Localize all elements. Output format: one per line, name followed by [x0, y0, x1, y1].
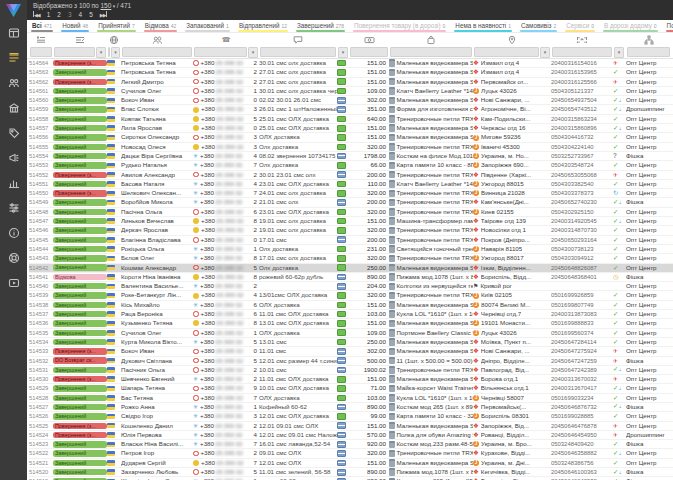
tab-status-2[interactable]: Прийнятий7 — [93, 20, 140, 32]
column-header-comment[interactable] — [259, 33, 337, 46]
order-row[interactable]: 514544ЗавершенийРокіцька Ольга✳+38029 39… — [29, 245, 673, 254]
order-row[interactable]: 514545ЗавершенийБлагінна Владіслава+3802… — [29, 236, 673, 245]
filter-input[interactable] — [108, 47, 110, 57]
order-row[interactable]: 514530Повернення (з...Шевченко Евгений✳+… — [29, 375, 673, 384]
column-header-ttn[interactable] — [551, 33, 613, 46]
column-header-name[interactable] — [121, 33, 193, 46]
column-header-ttnstatus[interactable] — [613, 33, 626, 46]
order-row[interactable]: 514552Повернення (з...Авилов Александр+3… — [29, 171, 673, 180]
order-row[interactable]: 514538ЗавершенийКісь Михайло✳+38029 399 … — [29, 301, 673, 310]
order-row[interactable]: 514542ЗавершенийКошмак Александр+38029 3… — [29, 264, 673, 273]
filter-input[interactable] — [350, 47, 388, 57]
order-row[interactable]: 514522ЗавершенийПетров Ігор+38029 399 32… — [29, 449, 673, 458]
tab-status-1[interactable]: Новий48 — [57, 20, 93, 32]
column-header-site[interactable] — [626, 33, 671, 46]
page-number-3[interactable]: 3 — [68, 11, 72, 18]
sidebar-item-help-icon[interactable] — [0, 251, 27, 265]
order-row[interactable]: 514549ЗавершенийВоробйов Микола✳+38029 3… — [29, 198, 673, 207]
tab-status-11[interactable]: В дорозі додому0 — [599, 20, 662, 32]
first-page-button[interactable]: ◀◀ — [33, 11, 40, 18]
order-row[interactable]: 514531ЗавершенийПасічник Ольга+38029 399… — [29, 366, 673, 375]
order-row[interactable]: 514520ЗавершенийЗахарченко Любовь+38029 … — [29, 468, 673, 477]
tab-status-3[interactable]: Відмова42 — [140, 20, 181, 32]
order-row[interactable]: 514521ЗавершенийДударев Сергій+38029 399… — [29, 459, 673, 468]
page-number-1[interactable]: 1 — [47, 11, 51, 18]
page-number-2[interactable]: 2 — [57, 11, 61, 18]
order-row[interactable]: 514537ЗавершенийРаца Вероніка+38029 399 … — [29, 310, 673, 319]
order-row[interactable]: 514560ЗавершенийБокоч Иван+38029 399 320… — [29, 96, 673, 105]
filter-dropdown[interactable]: ▾ — [338, 47, 348, 58]
sidebar-item-tag-icon[interactable] — [0, 126, 27, 140]
order-row[interactable]: 514528ЗавершенийБас Тетяна+38029 399 327… — [29, 394, 673, 403]
sidebar-item-shop-icon[interactable] — [0, 101, 27, 115]
column-header-flag[interactable] — [107, 33, 121, 46]
order-row[interactable]: 514548ЗавершенийПасічна Ольга+38029 399 … — [29, 208, 673, 217]
tab-status-7[interactable]: Повернення товару (в дорозі)0 — [349, 20, 450, 32]
tab-status-8[interactable]: Нема в наявності1 — [450, 20, 516, 32]
filter-input[interactable] — [54, 47, 95, 57]
sidebar-item-stats-icon[interactable] — [0, 176, 27, 190]
order-row[interactable]: 514557ЗавершенийЛила Ярослав+38029 399 3… — [29, 124, 673, 133]
order-row[interactable]: 514525Повернення (з...Кошеленко Данил✳+3… — [29, 422, 673, 431]
column-header-pay[interactable] — [337, 33, 349, 46]
order-row[interactable]: 514564Повернення (з...Петровська Тетяна+… — [29, 59, 673, 68]
order-row[interactable]: 514532DO Возврат ск...Дукович Світлана+3… — [29, 357, 673, 366]
page-size-dropdown[interactable]: 150 — [101, 2, 112, 9]
order-row[interactable]: 514555ЗавершенийНовосад Олеся+38029 399 … — [29, 143, 673, 152]
order-row[interactable]: 514541ВідмоваКоротя Ніна Іванівна+38029 … — [29, 273, 673, 282]
order-row[interactable]: 514558ЗавершенийКовпак Татьяна+38029 399… — [29, 115, 673, 124]
column-header-status[interactable] — [53, 33, 107, 46]
column-header-product[interactable] — [389, 33, 473, 46]
filter-input[interactable] — [194, 47, 247, 57]
order-row[interactable]: 514553ЗавершенийРудько Наталья✳+38029 39… — [29, 161, 673, 170]
order-row[interactable]: 514526ЗавершенийСвідро Ігор✳+38029 399 3… — [29, 412, 673, 421]
filter-dropdown[interactable]: ▾ — [111, 47, 120, 58]
app-logo-icon[interactable] — [5, 3, 22, 18]
order-row[interactable]: 514535ЗавершенийСучилов Олег+38029 399 3… — [29, 329, 673, 338]
order-row[interactable]: 514551ЗавершенийБасова Наталя✳+38029 399… — [29, 180, 673, 189]
order-row[interactable]: 514540ЗавершенийВалентина Василье...✳+38… — [29, 282, 673, 291]
filter-input[interactable] — [552, 47, 612, 57]
filter-dropdown[interactable]: ▾ — [96, 47, 106, 58]
order-row[interactable]: 514543ЗавершенийБєлов Олег✳+38029 399 32… — [29, 254, 673, 263]
filter-dropdown[interactable]: ▾ — [248, 47, 258, 58]
column-header-delivery[interactable] — [473, 33, 551, 46]
tab-status-10[interactable]: Сервіси0 — [561, 20, 599, 32]
order-row[interactable]: 514559ЗавершенийВлас Слотюк+38029 399 32… — [29, 105, 673, 114]
sidebar-item-board-icon[interactable] — [0, 26, 27, 40]
page-number-5[interactable]: 5 — [89, 11, 93, 18]
tab-all[interactable]: Всі471 — [27, 20, 57, 32]
order-row[interactable]: 514563ЗавершенийПетровська Тетяна+38029 … — [29, 68, 673, 77]
order-row[interactable]: 514523ЗавершенийВласюк Ніна Василі...✳+3… — [29, 440, 673, 449]
column-header-phone[interactable]: ☎ — [193, 33, 259, 46]
column-header-amount[interactable] — [349, 33, 389, 46]
sidebar-item-video-icon[interactable] — [0, 276, 27, 290]
order-row[interactable]: 514534ЗавершенийКурта Микола Вікто...✳+3… — [29, 338, 673, 347]
order-row[interactable]: 514539ЗавершенийРоке-Бетанкурт Лін...+38… — [29, 291, 673, 300]
filter-input[interactable] — [30, 47, 52, 57]
sidebar-item-megaphone-icon[interactable] — [0, 151, 27, 165]
order-row[interactable]: 514561ЗавершенийСучилов Олег+38029 399 3… — [29, 87, 673, 96]
order-row[interactable]: 514562Повернення (з...Легкий Дмитро+3802… — [29, 78, 673, 87]
filter-input[interactable] — [122, 47, 192, 57]
tab-status-12[interactable]: Повернення — [662, 20, 673, 32]
sidebar-item-info-icon[interactable] — [0, 226, 27, 240]
order-row[interactable]: 514529ЗавершенийШапарь Тетяна+38029 399 … — [29, 384, 673, 393]
filter-input[interactable] — [260, 47, 336, 57]
sidebar-item-orders-icon[interactable] — [0, 51, 27, 65]
filter-input[interactable] — [474, 47, 539, 57]
tab-status-9[interactable]: Самовивіз2 — [516, 20, 561, 32]
order-row[interactable]: 514546ЗавершенийДеркач Ярослав+38029 399… — [29, 226, 673, 235]
sidebar-item-clients-icon[interactable] — [0, 76, 27, 90]
column-header-id[interactable] — [29, 33, 53, 46]
order-row[interactable]: 514536ЗавершенийКузьменко Тетяна+38029 3… — [29, 319, 673, 328]
order-row[interactable]: 514527ЗавершенийРожко Анна✳+38029 399 32… — [29, 403, 673, 412]
order-row[interactable]: 514547ЗавершенийЛиньков Вячеслав+38029 3… — [29, 217, 673, 226]
order-row[interactable]: 514550Повернення (з...Шелкович Олексан..… — [29, 189, 673, 198]
filter-dropdown[interactable]: ▾ — [614, 47, 624, 58]
order-row[interactable]: 514554ЗавершенийДацюк Віра Сергіївна✳+38… — [29, 152, 673, 161]
tab-status-6[interactable]: Завершений278 — [292, 20, 349, 32]
filter-input[interactable] — [390, 47, 472, 57]
tab-status-4[interactable]: Запакований1 — [181, 20, 234, 32]
sidebar-item-tune-icon[interactable] — [0, 201, 27, 215]
